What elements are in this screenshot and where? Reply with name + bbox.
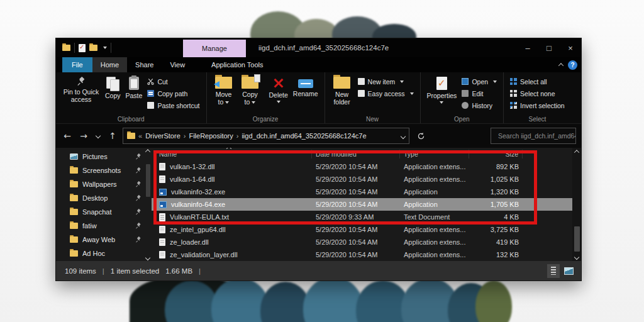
easy-access-button[interactable]: Easy access: [358, 88, 414, 99]
refresh-button[interactable]: [413, 132, 428, 140]
properties-button[interactable]: Properties: [425, 75, 460, 106]
breadcrumb-filerepository[interactable]: FileRepository: [189, 132, 233, 140]
file-row[interactable]: ze_validation_layer.dll 5/29/2020 10:54 …: [152, 248, 572, 261]
column-header-size[interactable]: Size: [469, 150, 523, 158]
copy-path-button[interactable]: Copy path: [147, 88, 199, 99]
status-bar: 109 items | 1 item selected 1.66 MB |: [56, 261, 581, 280]
scroll-down-icon[interactable]: [574, 255, 579, 260]
scroll-down-icon[interactable]: [145, 255, 150, 260]
sidebar-item-ad-hoc[interactable]: Ad Hoc: [56, 247, 144, 260]
dll-file-icon: [159, 226, 165, 233]
address-field[interactable]: « DriverStore › FileRepository › iigd_dc…: [123, 128, 409, 144]
scrollbar-thumb[interactable]: [574, 226, 580, 252]
sidebar-item-label: Wallpapers: [82, 180, 131, 188]
breadcrumb-driverstore[interactable]: DriverStore: [145, 132, 180, 140]
new-folder-icon[interactable]: [89, 45, 97, 51]
ribbon-group-open: Properties Open Edit History Open: [421, 72, 504, 123]
column-header-type[interactable]: Type: [400, 150, 469, 158]
copy-button[interactable]: Copy: [103, 75, 123, 101]
dropdown-caret-icon: [225, 101, 229, 104]
tab-file[interactable]: File: [62, 57, 92, 72]
easy-access-icon: [358, 90, 365, 97]
breadcrumb-current-folder[interactable]: iigd_dch.inf_amd64_352025668c124c7e: [242, 132, 366, 140]
paste-shortcut-button[interactable]: Paste shortcut: [147, 100, 199, 111]
manage-contextual-tab[interactable]: Manage: [183, 40, 246, 57]
file-row-selected[interactable]: vulkaninfo-64.exe 5/29/2020 10:54 AM App…: [152, 198, 572, 211]
address-bar: ← → ↑ « DriverStore › FileRepository › i…: [56, 124, 581, 148]
cut-button[interactable]: Cut: [147, 76, 199, 87]
pin-icon: [135, 236, 142, 243]
invert-selection-button[interactable]: Invert selection: [510, 100, 565, 111]
edit-button[interactable]: Edit: [462, 88, 497, 99]
column-headers: Name Date modified Type Size: [152, 148, 572, 160]
move-to-button[interactable]: Move to: [211, 75, 237, 108]
succulent-leaf: [303, 277, 364, 322]
file-row[interactable]: vulkan-1-32.dll 5/29/2020 10:54 AM Appli…: [152, 160, 572, 173]
sidebar-item-pictures[interactable]: Pictures: [56, 150, 144, 164]
delete-button[interactable]: × Delete: [267, 75, 291, 105]
new-item-button[interactable]: New item: [358, 76, 414, 87]
forward-button[interactable]: →: [77, 131, 90, 141]
folder-icon[interactable]: [62, 45, 70, 51]
help-icon[interactable]: ?: [568, 60, 577, 70]
details-view-button[interactable]: [547, 264, 560, 278]
sidebar-item-screenshots[interactable]: Screenshots: [56, 164, 144, 177]
copy-icon: [106, 77, 119, 90]
new-folder-button[interactable]: New folder: [329, 75, 355, 108]
paste-button[interactable]: Paste: [123, 75, 145, 101]
divider: |: [199, 267, 201, 275]
scroll-up-icon[interactable]: [145, 149, 150, 154]
sidebar-item-snapchat[interactable]: Snapchat: [56, 205, 144, 219]
title-bar[interactable]: Manage iigd_dch.inf_amd64_352025668c124c…: [56, 38, 581, 57]
copy-to-button[interactable]: Copy to: [237, 75, 264, 108]
collapse-ribbon-icon[interactable]: [558, 63, 564, 68]
sidebar-item-desktop[interactable]: Desktop: [56, 191, 144, 205]
file-row[interactable]: VulkanRT-EULA.txt 5/29/2020 9:33 AM Text…: [152, 211, 572, 223]
address-dropdown-caret-icon[interactable]: [401, 132, 405, 140]
rename-button[interactable]: Rename: [291, 75, 321, 99]
pin-icon: [135, 195, 142, 201]
file-row[interactable]: vulkan-1-64.dll 5/29/2020 10:54 AM Appli…: [152, 173, 572, 186]
customize-toolbar-caret-icon[interactable]: [103, 47, 107, 49]
navigation-pane: Pictures Screenshots Wallpapers Desktop: [56, 148, 144, 261]
window-title: iigd_dch.inf_amd64_352025668c124c7e: [258, 38, 389, 57]
tab-application-tools[interactable]: Application Tools: [203, 57, 271, 72]
scrollbar-thumb[interactable]: [146, 164, 150, 197]
file-row[interactable]: ze_loader.dll 5/29/2020 10:54 AM Applica…: [152, 236, 572, 248]
main-content: Pictures Screenshots Wallpapers Desktop: [56, 148, 581, 261]
open-icon: [462, 78, 469, 85]
properties-icon[interactable]: [79, 44, 86, 52]
selection-size: 1.66 MB: [165, 267, 192, 275]
copy-path-icon: [147, 90, 154, 97]
tab-view[interactable]: View: [162, 57, 193, 72]
maximize-button[interactable]: □: [538, 38, 560, 57]
select-none-button[interactable]: Select none: [510, 88, 565, 99]
recent-locations-caret-icon[interactable]: [94, 134, 103, 138]
paste-shortcut-icon: [147, 102, 154, 109]
page-icon: [254, 74, 260, 82]
move-to-icon: [215, 77, 232, 89]
select-all-button[interactable]: Select all: [510, 76, 565, 87]
minimize-button[interactable]: –: [517, 38, 538, 57]
back-button[interactable]: ←: [61, 131, 74, 141]
tab-share[interactable]: Share: [127, 57, 162, 72]
search-input[interactable]: Search iigd_dch.inf_amd64_352025...: [491, 128, 576, 144]
close-button[interactable]: ×: [560, 38, 581, 57]
scroll-up-icon[interactable]: [574, 150, 579, 155]
pin-to-quick-access-button[interactable]: Pin to Quick access: [60, 75, 103, 105]
history-button[interactable]: History: [462, 100, 497, 111]
sidebar-item-wallpapers[interactable]: Wallpapers: [56, 177, 144, 191]
file-row[interactable]: vulkaninfo-32.exe 5/29/2020 10:54 AM App…: [152, 186, 572, 198]
column-header-date-modified[interactable]: Date modified: [312, 150, 400, 158]
sidebar-item-fatiw[interactable]: fatiw: [56, 219, 144, 233]
up-button[interactable]: ↑: [106, 131, 119, 141]
thumbnails-view-button[interactable]: [562, 264, 575, 278]
sidebar-scrollbar[interactable]: [144, 148, 152, 261]
file-list-scrollbar[interactable]: [572, 148, 581, 261]
window-controls: – □ ×: [517, 38, 581, 57]
file-row[interactable]: ze_intel_gpu64.dll 5/29/2020 10:54 AM Ap…: [152, 223, 572, 236]
open-button[interactable]: Open: [462, 76, 497, 87]
sidebar-item-away-web[interactable]: Away Web: [56, 233, 144, 247]
tab-home[interactable]: Home: [92, 57, 127, 72]
column-header-name[interactable]: Name: [152, 150, 312, 158]
